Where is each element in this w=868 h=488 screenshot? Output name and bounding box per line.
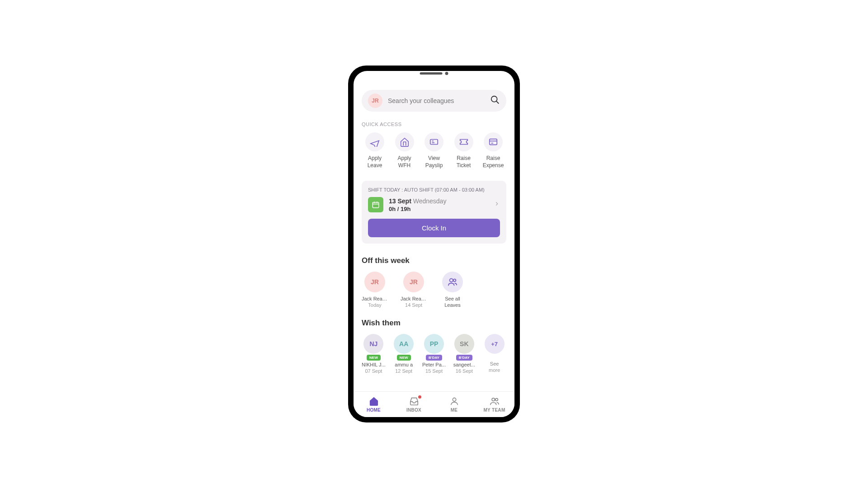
- svg-point-11: [453, 279, 456, 282]
- qa-label-text: Apply: [397, 155, 411, 161]
- svg-rect-6: [373, 202, 379, 208]
- new-badge: NEW: [397, 355, 411, 361]
- nav-inbox[interactable]: INBOX: [394, 392, 434, 417]
- bday-badge: B'DAY: [426, 355, 442, 361]
- scroll-area[interactable]: JR QUICK ACCESS ApplyLeave ApplyWFH: [354, 84, 514, 391]
- off-sub: 14 Sept: [405, 302, 422, 308]
- phone-screen: JR QUICK ACCESS ApplyLeave ApplyWFH: [354, 71, 514, 417]
- nav-team[interactable]: MY TEAM: [474, 392, 514, 417]
- off-sub: Today: [368, 302, 381, 308]
- qa-label-text: WFH: [398, 162, 410, 169]
- wish-row: NJ NEW NIKHIL J... 07 Sept AA NEW ammu a…: [362, 334, 506, 374]
- qa-label-text: Payslip: [425, 162, 443, 169]
- person-icon: [449, 396, 459, 406]
- qa-raise-ticket[interactable]: RaiseTicket: [451, 132, 477, 169]
- off-item[interactable]: JR Jack Reac... 14 Sept: [401, 272, 427, 308]
- svg-point-14: [495, 399, 498, 401]
- inbox-icon: [409, 396, 419, 406]
- people-icon: [442, 272, 463, 292]
- avatar: SK: [454, 334, 474, 354]
- nav-label: MY TEAM: [483, 408, 505, 413]
- clock-in-button[interactable]: Clock In: [368, 219, 500, 237]
- qa-apply-leave[interactable]: ApplyLeave: [362, 132, 388, 169]
- shift-hours: 0h / 19h: [389, 206, 446, 212]
- wish-name: Peter Pa...: [422, 362, 446, 367]
- search-bar[interactable]: JR: [362, 90, 506, 112]
- wish-date: 07 Sept: [365, 368, 382, 374]
- plane-icon: [365, 132, 384, 151]
- quick-access-grid: ApplyLeave ApplyWFH ViewPayslip RaiseTic…: [362, 132, 506, 169]
- wish-date: 15 Sept: [425, 368, 443, 374]
- wish-name: NIKHIL J...: [362, 362, 386, 367]
- off-item[interactable]: JR Jack Reac... Today: [362, 272, 388, 308]
- see-all-text2: Leaves: [444, 302, 460, 308]
- avatar: JR: [364, 272, 385, 292]
- off-week-heading: Off this week: [362, 256, 506, 265]
- off-week-row: JR Jack Reac... Today JR Jack Reac... 14…: [362, 272, 506, 308]
- qa-label-text: Raise: [457, 155, 471, 161]
- qa-raise-expense[interactable]: RaiseExpense: [480, 132, 506, 169]
- calendar-icon: [368, 197, 383, 212]
- qa-label-text: Leave: [368, 162, 382, 169]
- wish-name: ammu a: [392, 362, 416, 367]
- wish-heading: Wish them: [362, 319, 506, 328]
- see-all-text: See all: [439, 296, 466, 301]
- search-icon[interactable]: [490, 95, 500, 107]
- user-avatar[interactable]: JR: [368, 94, 382, 108]
- wish-item[interactable]: PP B'DAY Peter Pa... 15 Sept: [422, 334, 446, 374]
- wish-date: 16 Sept: [456, 368, 473, 374]
- nav-me[interactable]: ME: [434, 392, 474, 417]
- home-icon: [369, 396, 379, 406]
- qa-label-text: Apply: [368, 155, 382, 161]
- qa-label-text: Raise: [486, 155, 500, 161]
- svg-point-0: [491, 96, 497, 102]
- wish-item[interactable]: NJ NEW NIKHIL J... 07 Sept: [362, 334, 386, 374]
- search-input[interactable]: [388, 97, 485, 104]
- notification-dot: [418, 395, 421, 399]
- avatar: PP: [424, 334, 444, 354]
- svg-rect-3: [490, 139, 497, 145]
- wish-date: 12 Sept: [395, 368, 412, 374]
- svg-point-12: [453, 398, 456, 401]
- qa-view-payslip[interactable]: ViewPayslip: [421, 132, 447, 169]
- chevron-right-icon[interactable]: [494, 201, 500, 209]
- see-all-leaves[interactable]: See all Leaves: [439, 272, 466, 308]
- shift-label: SHIFT TODAY : AUTO SHIFT (07:00 AM - 03:…: [368, 187, 500, 192]
- avatar: NJ: [363, 334, 383, 354]
- nav-label: HOME: [367, 408, 381, 413]
- bottom-nav: HOME INBOX ME MY TEAM: [354, 391, 514, 417]
- shift-row[interactable]: 13 Sept Wednesday 0h / 19h: [368, 197, 500, 212]
- ticket-icon: [454, 132, 473, 151]
- qa-label-text: Expense: [483, 162, 504, 169]
- avatar: AA: [394, 334, 414, 354]
- nav-label: ME: [451, 408, 458, 413]
- shift-date: 13 Sept Wednesday: [389, 197, 446, 205]
- nav-label: INBOX: [406, 408, 421, 413]
- wish-name: sangeet...: [452, 362, 476, 367]
- qa-label-text: View: [428, 155, 440, 161]
- nav-home[interactable]: HOME: [354, 392, 394, 417]
- see-more-text2: more: [489, 367, 500, 373]
- wish-item[interactable]: AA NEW ammu a 12 Sept: [392, 334, 416, 374]
- team-icon: [490, 396, 500, 406]
- wish-item[interactable]: SK B'DAY sangeet... 16 Sept: [452, 334, 476, 374]
- svg-rect-2: [430, 140, 438, 145]
- home-icon: [395, 132, 414, 151]
- see-more-text: See: [482, 361, 506, 366]
- new-badge: NEW: [367, 355, 381, 361]
- svg-point-13: [492, 398, 495, 401]
- wish-see-more[interactable]: +7 See more: [482, 334, 506, 374]
- qa-label-text: Ticket: [457, 162, 471, 169]
- quick-access-label: QUICK ACCESS: [362, 122, 506, 127]
- bday-badge: B'DAY: [456, 355, 472, 361]
- expense-icon: [484, 132, 503, 151]
- phone-frame: JR QUICK ACCESS ApplyLeave ApplyWFH: [348, 66, 520, 422]
- qa-apply-wfh[interactable]: ApplyWFH: [392, 132, 418, 169]
- shift-card: SHIFT TODAY : AUTO SHIFT (07:00 AM - 03:…: [362, 181, 506, 244]
- svg-point-10: [450, 279, 453, 282]
- off-name: Jack Reac...: [362, 296, 388, 301]
- avatar: JR: [403, 272, 424, 292]
- payslip-icon: [425, 132, 443, 151]
- svg-line-1: [496, 101, 499, 104]
- off-name: Jack Reac...: [401, 296, 427, 301]
